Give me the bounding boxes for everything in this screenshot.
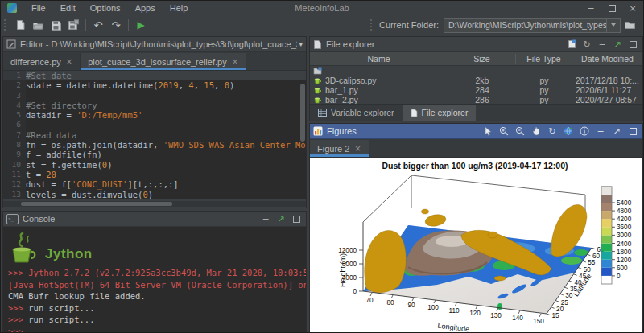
redo-icon: ↷ [112, 20, 121, 31]
dust-3d-plot: Dust bigger than 100 ug/m3 (2019-04-17 1… [310, 158, 642, 332]
code-line[interactable]: 11t = 20 [3, 170, 306, 179]
parent-folder-row[interactable] [310, 66, 642, 76]
browse-folder-button[interactable] [621, 17, 638, 33]
tab-plot-cuace-3d-isosurface-relief-py[interactable]: plot_cuace_3d_isosurface_relief.py × [80, 53, 246, 70]
pan-tool-button[interactable] [530, 125, 543, 137]
console-minimize-button[interactable]: − [259, 213, 272, 224]
file-explorer-header[interactable]: File explorer ↻ − ↗ [310, 37, 642, 52]
identify-tool-button[interactable] [578, 125, 591, 137]
tab-variable-explorer[interactable]: Variable explorer [310, 105, 402, 121]
file-date: 2017/12/18 10:... [572, 76, 642, 85]
menu-file[interactable]: File [25, 2, 52, 14]
colorbar-tick: 4800 [617, 208, 632, 215]
console-output[interactable]: Jython >>> Jython 2.7.2 (v2.7.2:925a3cc3… [3, 227, 306, 333]
window-minimize-button[interactable]: − [580, 1, 601, 15]
editor-panel-header[interactable]: Editor - D:\Working\MIScript\Jython\mis\… [3, 37, 306, 52]
code-line[interactable]: 13levels = dust.dimvalue(0) [3, 190, 306, 199]
run-script-button[interactable]: ▶ [132, 17, 150, 33]
code-line[interactable]: 8fn = os.path.join(datadir, 'WMO_SDS-WAS… [3, 140, 306, 150]
save-all-icon [68, 19, 79, 31]
console-title: Console [23, 214, 55, 224]
console-maximize-button[interactable] [290, 213, 303, 224]
file-size: 2kb [448, 76, 516, 85]
console-panel-header[interactable]: >_ Console − ↗ [3, 212, 306, 227]
file-table-header[interactable]: Name Size File Type Date Modified [310, 52, 642, 66]
code-line[interactable]: 3 [3, 91, 306, 101]
file-type: py [516, 85, 572, 95]
current-folder-dropdown[interactable] [606, 18, 620, 32]
menu-apps[interactable]: Apps [129, 2, 162, 14]
rotate-tool-button[interactable]: ↻ [546, 125, 559, 137]
editor-horizontal-scrollbar[interactable] [3, 201, 306, 207]
maximize-icon [609, 5, 616, 12]
menu-options[interactable]: Options [84, 2, 127, 14]
save-all-button[interactable] [64, 17, 82, 33]
tab-close-icon[interactable]: × [232, 57, 238, 66]
editor-dropdown-icon[interactable]: ▾ [299, 41, 303, 48]
menu-edit[interactable]: Edit [54, 2, 82, 14]
code-line[interactable]: 1#Set date [3, 71, 306, 80]
figures-header[interactable]: Figures ↻ [310, 124, 642, 139]
scrollbar-thumb[interactable] [300, 84, 305, 142]
scrollbar-thumb[interactable] [21, 202, 172, 206]
column-size[interactable]: Size [448, 54, 516, 64]
redo-button[interactable]: ↷ [107, 17, 125, 33]
editor-icon [6, 39, 16, 49]
new-script-button[interactable] [11, 17, 29, 33]
console-line: >>> run script... [8, 302, 301, 314]
file-explorer-detach-button[interactable]: ↗ [611, 39, 624, 50]
current-folder-label: Current Folder: [379, 20, 439, 30]
file-row[interactable]: 3D-calipso.py 2kb py 2017/12/18 10:... [310, 76, 642, 85]
refresh-button[interactable]: ↻ [580, 39, 593, 50]
figures-icon [313, 126, 323, 136]
globe-tool-button[interactable] [562, 125, 575, 137]
code-line[interactable]: 4#Set directory [3, 101, 306, 110]
undo-button[interactable]: ↶ [89, 17, 107, 33]
window-maximize-button[interactable] [601, 1, 622, 15]
undo-icon: ↶ [94, 20, 103, 31]
pointer-tool-button[interactable] [481, 125, 494, 137]
colorbar-tick: 600 [617, 265, 628, 272]
save-button[interactable] [47, 17, 64, 33]
x-tick: 90 [407, 302, 415, 309]
editor-panel: Editor - D:\Working\MIScript\Jython\mis\… [2, 36, 307, 208]
figure-canvas[interactable]: Dust bigger than 100 ug/m3 (2019-04-17 1… [310, 158, 642, 332]
column-name[interactable]: Name [310, 54, 448, 64]
code-line[interactable]: 7#Read data [3, 130, 306, 140]
y-tick: 60 [592, 253, 601, 260]
column-file-type[interactable]: File Type [516, 54, 572, 64]
open-file-button[interactable] [29, 17, 47, 33]
editor-vertical-scrollbar[interactable] [300, 69, 305, 198]
z-axis-label: Height (m) [339, 253, 347, 287]
x-tick: 150 [533, 318, 544, 325]
figures-detach-button[interactable]: ↗ [610, 125, 623, 137]
meteoinfolab-window: File Edit Options Apps Help MeteoInfoLab… [0, 0, 644, 333]
code-line[interactable]: 12dust = f['CONC_DUST'][t,:,:,:] [3, 179, 306, 189]
tab-figure-2[interactable]: Figure 2 × [310, 140, 369, 157]
figures-maximize-button[interactable] [626, 125, 639, 137]
console-detach-button[interactable]: ↗ [275, 213, 287, 224]
tab-difference-py[interactable]: difference.py × [3, 53, 80, 70]
tab-file-explorer[interactable]: File explorer [402, 105, 477, 121]
tab-close-icon[interactable]: × [354, 144, 361, 153]
file-explorer-maximize-button[interactable] [626, 39, 639, 50]
file-explorer-minimize-button[interactable]: − [596, 39, 609, 50]
colorbar-tick: 0 [617, 273, 621, 280]
column-date-modified[interactable]: Date Modified [572, 54, 642, 64]
zoom-out-tool-button[interactable] [514, 125, 526, 137]
code-line[interactable]: 10st = f.gettime(0) [3, 160, 306, 170]
code-line[interactable]: 6 [3, 120, 306, 130]
zoom-in-tool-button[interactable] [497, 125, 510, 137]
y-tick: 55 [588, 259, 596, 266]
current-folder-combobox[interactable]: D:\Working\MIScript\Jython\mis\plot_type… [444, 18, 621, 33]
code-line[interactable]: 5datadir = 'D:/Temp/mm5' [3, 110, 306, 120]
code-line[interactable]: 9f = addfile(fn) [3, 150, 306, 159]
tab-close-icon[interactable]: × [66, 57, 72, 66]
new-file-button[interactable] [565, 39, 578, 50]
figures-minimize-button[interactable]: − [594, 125, 607, 137]
code-editor[interactable]: 1#Set date2sdate = datetime.datetime(201… [3, 71, 306, 199]
file-row[interactable]: bar_1.py 284 py 2020/6/1 11:27 [310, 85, 642, 95]
window-close-button[interactable]: × [622, 1, 643, 15]
menu-help[interactable]: Help [163, 2, 195, 14]
code-line[interactable]: 2sdate = datetime.datetime(2019, 4, 15, … [3, 80, 306, 90]
